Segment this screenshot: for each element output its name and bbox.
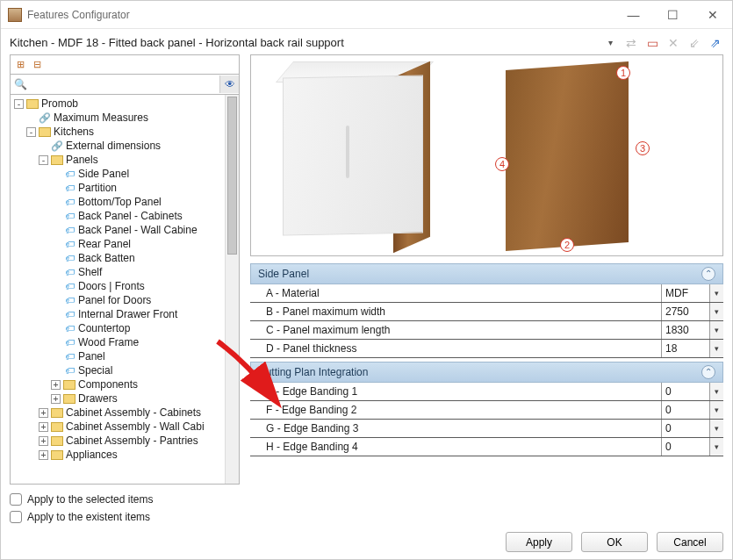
- check-apply-existent[interactable]: Apply to the existent items: [10, 511, 723, 523]
- collapse-icon[interactable]: -: [39, 155, 48, 165]
- prop-row-h[interactable]: H - Edge Banding 4 0▾: [250, 438, 723, 456]
- section-collapse-icon[interactable]: ⌃: [701, 365, 715, 379]
- tree-node-panel[interactable]: 🏷Panel: [51, 349, 225, 363]
- prop-row-f[interactable]: F - Edge Banding 2 0▾: [250, 401, 723, 420]
- tree-node-back-cab[interactable]: 🏷Back Panel - Cabinets: [51, 209, 225, 223]
- prop-value[interactable]: 0: [662, 420, 709, 437]
- tag-icon: 🏷: [63, 336, 75, 348]
- tree-node-idf[interactable]: 🏷Internal Drawer Front: [51, 307, 225, 321]
- tree-node-cab-asm-cab[interactable]: +Cabinet Assembly - Cabinets: [39, 406, 225, 420]
- tree-node-rear[interactable]: 🏷Rear Panel: [51, 237, 225, 251]
- delete-icon[interactable]: ✕: [665, 35, 681, 51]
- button-row: Apply OK Cancel: [10, 532, 723, 552]
- section-side-panel[interactable]: Side Panel ⌃: [250, 263, 723, 284]
- section-cutting-plan[interactable]: Cutting Plan Integration ⌃: [250, 362, 723, 383]
- prop-value[interactable]: 0: [662, 438, 709, 456]
- window: Features Configurator — ☐ ✕ Kitchen - MD…: [0, 0, 733, 560]
- tree-scrollbar[interactable]: [225, 95, 239, 484]
- expand-icon[interactable]: +: [39, 450, 48, 460]
- minimize-button[interactable]: —: [614, 2, 653, 28]
- apply-button[interactable]: Apply: [506, 532, 572, 552]
- tree-node-back-wall[interactable]: 🏷Back Panel - Wall Cabine: [51, 223, 225, 237]
- chevron-down-icon[interactable]: ▾: [709, 438, 723, 456]
- ok-button[interactable]: OK: [581, 532, 648, 552]
- tree-node-panels[interactable]: - Panels: [39, 153, 225, 167]
- chevron-down-icon[interactable]: ▾: [709, 340, 723, 357]
- tree-node-root[interactable]: - Promob: [14, 97, 225, 111]
- prop-value[interactable]: 2750: [662, 303, 709, 320]
- collapse-all-icon[interactable]: ⊟: [30, 58, 44, 72]
- prop-row-d[interactable]: D - Panel thickness 18▾: [250, 340, 723, 358]
- maximize-button[interactable]: ☐: [653, 2, 693, 28]
- checkbox-icon[interactable]: [10, 511, 22, 523]
- tree-node-countertop[interactable]: 🏷Countertop: [51, 321, 225, 335]
- expand-icon[interactable]: +: [51, 394, 61, 404]
- expand-all-icon[interactable]: ⊞: [13, 58, 27, 72]
- tree-node-wood-frame[interactable]: 🏷Wood Frame: [51, 335, 225, 349]
- preview-3d[interactable]: 1 2 3 4: [250, 54, 723, 256]
- tree-node-shelf[interactable]: 🏷Shelf: [51, 265, 225, 279]
- prop-value[interactable]: 0: [662, 383, 709, 400]
- prop-row-g[interactable]: G - Edge Banding 3 0▾: [250, 420, 723, 438]
- folder-icon: [63, 380, 75, 390]
- close-button[interactable]: ✕: [693, 2, 732, 28]
- tree-node-cab-asm-wall[interactable]: +Cabinet Assembly - Wall Cabi: [39, 420, 225, 434]
- prop-value[interactable]: 0: [662, 401, 709, 419]
- tag-icon: 🏷: [63, 210, 75, 222]
- tree[interactable]: - Promob 🔗 Maximum Measures: [11, 95, 225, 484]
- chevron-down-icon[interactable]: ▾: [709, 321, 723, 339]
- door-handle: [346, 126, 349, 178]
- expand-icon[interactable]: +: [39, 436, 48, 446]
- tree-node-bottom-top[interactable]: 🏷Bottom/Top Panel: [51, 195, 225, 209]
- collapse-icon[interactable]: -: [26, 127, 36, 137]
- collapse-icon[interactable]: -: [14, 99, 24, 109]
- prop-value[interactable]: 18: [662, 340, 709, 357]
- tree-node-partition[interactable]: 🏷Partition: [51, 181, 225, 195]
- tree-node-kitchens[interactable]: - Kitchens: [26, 125, 225, 139]
- tree-node-components[interactable]: +Components: [51, 377, 225, 391]
- tree-node-side-panel[interactable]: 🏷Side Panel: [51, 167, 225, 181]
- tree-panel: ⊞ ⊟ 🔍 👁 -: [10, 54, 240, 485]
- prop-row-a[interactable]: A - Material MDF▾: [250, 284, 723, 303]
- breadcrumb[interactable]: Kitchen - MDF 18 - Fitted back panel - H…: [10, 34, 603, 51]
- breadcrumb-dropdown-icon[interactable]: ▾: [608, 38, 613, 47]
- prop-value[interactable]: MDF: [662, 284, 709, 302]
- tree-node-special[interactable]: 🏷Special: [51, 363, 225, 377]
- checkbox-icon[interactable]: [10, 493, 22, 506]
- box-icon[interactable]: ▭: [644, 35, 660, 51]
- expand-arrows-icon[interactable]: ⇗: [708, 35, 723, 51]
- check-apply-selected[interactable]: Apply to the selected items: [10, 493, 723, 506]
- prop-row-b[interactable]: B - Panel maximum width 2750▾: [250, 303, 723, 321]
- expand-icon[interactable]: +: [39, 422, 48, 432]
- expand-icon[interactable]: +: [51, 380, 61, 390]
- chevron-down-icon[interactable]: ▾: [709, 383, 723, 400]
- prop-row-e[interactable]: E - Edge Banding 1 0▾: [250, 383, 723, 401]
- tag-icon: 🏷: [63, 196, 75, 208]
- tag-icon: 🏷: [63, 322, 75, 334]
- chevron-down-icon[interactable]: ▾: [709, 284, 723, 302]
- titlebar: Features Configurator — ☐ ✕: [1, 1, 732, 29]
- collapse-arrows-icon[interactable]: ⇙: [686, 35, 702, 51]
- prop-row-c[interactable]: C - Panel maximum length 1830▾: [250, 321, 723, 340]
- search-input[interactable]: [30, 75, 219, 93]
- tree-node-appliances[interactable]: +Appliances: [39, 448, 225, 462]
- section-collapse-icon[interactable]: ⌃: [701, 267, 715, 281]
- tag-icon: 🏷: [63, 224, 75, 236]
- chevron-down-icon[interactable]: ▾: [709, 401, 723, 419]
- tree-node-drawers[interactable]: +Drawers: [51, 391, 225, 406]
- cabinet-body: [283, 75, 423, 236]
- prop-value[interactable]: 1830: [662, 321, 709, 339]
- chevron-down-icon[interactable]: ▾: [709, 420, 723, 437]
- tree-node-doors[interactable]: 🏷Doors | Fronts: [51, 279, 225, 293]
- tree-node-maxmeasures[interactable]: 🔗 Maximum Measures: [26, 111, 225, 125]
- cancel-button[interactable]: Cancel: [657, 532, 723, 552]
- scrollbar-thumb[interactable]: [227, 97, 237, 255]
- find-button[interactable]: 👁: [219, 75, 239, 93]
- tree-node-cab-asm-pan[interactable]: +Cabinet Assembly - Pantries: [39, 434, 225, 448]
- chevron-down-icon[interactable]: ▾: [709, 303, 723, 320]
- tree-node-panel-doors[interactable]: 🏷Panel for Doors: [51, 293, 225, 307]
- expand-icon[interactable]: +: [39, 408, 48, 418]
- tree-node-batten[interactable]: 🏷Back Batten: [51, 251, 225, 265]
- switch-icon[interactable]: ⇄: [623, 35, 639, 51]
- tree-node-extdim[interactable]: 🔗 External dimensions: [39, 139, 225, 153]
